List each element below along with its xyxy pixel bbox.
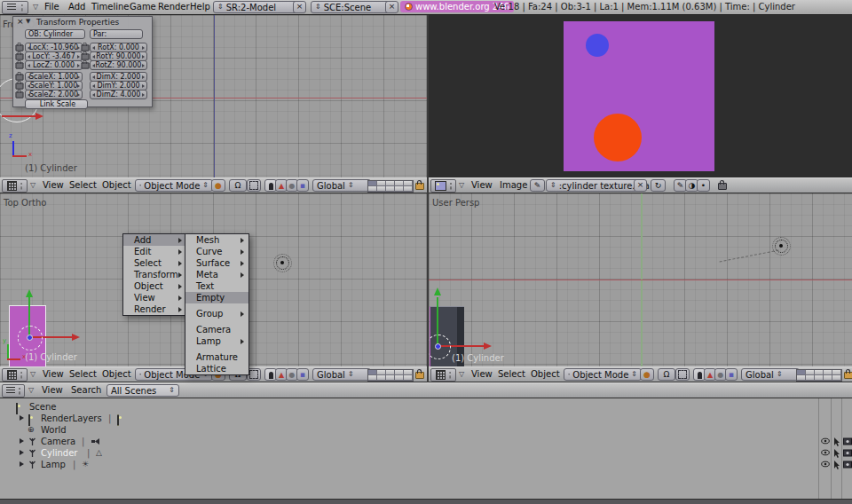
expand-arrow-icon[interactable]	[20, 438, 24, 444]
lock-icon[interactable]	[82, 53, 90, 59]
manipulator-space-button[interactable]	[247, 179, 261, 192]
menu-view[interactable]: View	[42, 385, 63, 395]
cursor-select-icon[interactable]	[833, 437, 840, 446]
screen-close-button[interactable]: ×	[293, 1, 306, 13]
panel-collapse-icon[interactable]: ▼	[26, 18, 30, 25]
menu-image[interactable]: Image	[500, 180, 527, 190]
collapse-arrow-icon[interactable]: ▽	[459, 181, 464, 189]
image-close-button[interactable]: ×	[634, 179, 647, 192]
orientation-dropdown[interactable]: Global⇕	[312, 179, 371, 192]
layer-buttons-group1[interactable]	[367, 180, 414, 193]
dimz-field[interactable]: DimZ: 4.000	[90, 90, 147, 99]
screen-selector[interactable]: ⇕SR:2-Model	[213, 1, 298, 13]
menu-search[interactable]: Search	[71, 385, 101, 395]
orientation-dropdown[interactable]: Global⇕	[312, 368, 371, 381]
lamp-gizmo[interactable]	[775, 240, 788, 253]
uv-image-editor[interactable]	[429, 15, 852, 177]
viewport-user-persp[interactable]: User Persp (1) Cylinder	[429, 193, 852, 366]
outliner-row-camera[interactable]: Camera |	[0, 436, 799, 447]
menu-render[interactable]: Render	[158, 2, 190, 12]
menu-item-edit[interactable]: Edit	[123, 246, 186, 257]
object-name-field[interactable]: OB: Cylinder	[25, 29, 85, 39]
camera-data-icon[interactable]	[91, 437, 100, 445]
image-name-field[interactable]: ⇕:cylinder texture.tga	[546, 179, 640, 192]
eye-icon[interactable]	[821, 437, 830, 445]
submenu-item-lamp[interactable]: Lamp	[185, 335, 248, 347]
render-restrict-icon[interactable]	[843, 449, 852, 457]
submenu-item-lattice[interactable]: Lattice	[185, 363, 248, 374]
viewport-divider[interactable]	[427, 15, 429, 382]
submenu-item-camera[interactable]: Camera	[185, 324, 248, 335]
mode-dropdown[interactable]: Object Mode⇕	[135, 179, 213, 192]
scalez-field[interactable]: ScaleZ: 2.000	[25, 90, 83, 99]
menu-select[interactable]: Select	[498, 369, 525, 379]
face-select-button[interactable]: ▪	[725, 368, 738, 381]
browse-image-button[interactable]: ✎	[530, 179, 545, 192]
draw-type-button[interactable]: ●	[211, 179, 225, 192]
submenu-item-empty[interactable]: Empty	[185, 292, 248, 303]
menu-select[interactable]: Select	[69, 180, 97, 190]
lamp-data-icon[interactable]: ☀	[82, 460, 89, 469]
window-type-button[interactable]	[2, 1, 28, 14]
orientation-dropdown[interactable]: Global⇕	[741, 368, 800, 381]
cursor-select-icon[interactable]	[833, 449, 840, 458]
menu-object[interactable]: Object	[102, 369, 131, 379]
submenu-item-group[interactable]: Group	[185, 308, 248, 319]
layer-buttons-group1[interactable]	[796, 369, 842, 382]
menu-add[interactable]: Add	[68, 2, 85, 12]
eye-icon[interactable]	[821, 461, 830, 468]
outliner-row-lamp[interactable]: Lamp | ☀	[0, 459, 799, 470]
menu-file[interactable]: File	[44, 2, 59, 12]
rotz-field[interactable]: RotZ: 90.000	[90, 60, 147, 70]
reload-image-button[interactable]: ↻	[651, 179, 666, 192]
collapse-arrow-icon[interactable]: ▽	[33, 3, 38, 11]
parent-field[interactable]: Par:	[90, 29, 143, 39]
menu-view[interactable]: View	[471, 369, 493, 379]
menu-help[interactable]: Help	[190, 2, 210, 12]
editor-type-button[interactable]	[2, 384, 25, 398]
menu-item-view[interactable]: View	[123, 292, 186, 303]
outliner-display-dropdown[interactable]: All Scenes⇕	[106, 384, 179, 397]
manipulator-x-arrow[interactable]	[2, 115, 36, 117]
menu-select[interactable]: Select	[69, 369, 97, 379]
menu-view[interactable]: View	[471, 180, 493, 190]
face-select-button[interactable]: ▪	[296, 368, 309, 381]
collapse-arrow-icon[interactable]: ▽	[30, 370, 36, 378]
transform-properties-panel[interactable]: × ▼ Transform Properties OB: Cylinder Pa…	[12, 16, 153, 107]
locz-field[interactable]: LocZ: 0.000	[25, 60, 83, 70]
menu-view[interactable]: View	[43, 180, 64, 190]
lock-view-icon[interactable]	[415, 372, 424, 379]
submenu-item-text[interactable]: Text	[185, 280, 248, 292]
lamp-gizmo[interactable]	[276, 256, 289, 270]
lock-icon[interactable]	[16, 83, 24, 89]
collapse-arrow-icon[interactable]: ▽	[459, 370, 464, 378]
lock-icon[interactable]	[16, 74, 24, 80]
panel-close-icon[interactable]: ×	[17, 17, 24, 26]
render-restrict-icon[interactable]	[843, 437, 852, 445]
layer-buttons-group1[interactable]	[367, 369, 414, 382]
submenu-item-surface[interactable]: Surface	[185, 257, 248, 269]
menu-object[interactable]: Object	[531, 369, 560, 379]
expand-arrow-icon[interactable]	[20, 450, 24, 455]
scene-close-button[interactable]: ×	[385, 1, 398, 13]
menu-item-add[interactable]: Add	[123, 234, 186, 246]
menu-object[interactable]: Object	[102, 180, 131, 190]
menu-item-render[interactable]: Render	[123, 303, 186, 315]
lock-icon[interactable]	[16, 44, 24, 51]
lock-icon[interactable]	[16, 53, 24, 59]
manipulator-button[interactable]: Ω	[229, 179, 247, 192]
outliner-row-cylinder[interactable]: Cylinder | △	[0, 447, 799, 459]
menu-game[interactable]: Game	[130, 2, 156, 12]
cursor-select-icon[interactable]	[833, 461, 840, 469]
mode-dropdown[interactable]: Object Mode⇕	[564, 368, 642, 381]
editor-type-button[interactable]	[430, 179, 456, 193]
manipulator-space-button[interactable]	[675, 368, 690, 381]
submenu-item-armature[interactable]: Armature	[185, 351, 248, 363]
eye-icon[interactable]	[821, 449, 830, 456]
lock-view-icon[interactable]	[415, 183, 424, 190]
editor-type-button[interactable]	[430, 368, 456, 382]
lock-icon[interactable]	[82, 62, 90, 68]
menu-item-transform[interactable]: Transform	[123, 269, 186, 280]
lock-icon[interactable]	[82, 44, 90, 51]
outliner-row-world[interactable]: ⊕ World	[0, 424, 799, 436]
